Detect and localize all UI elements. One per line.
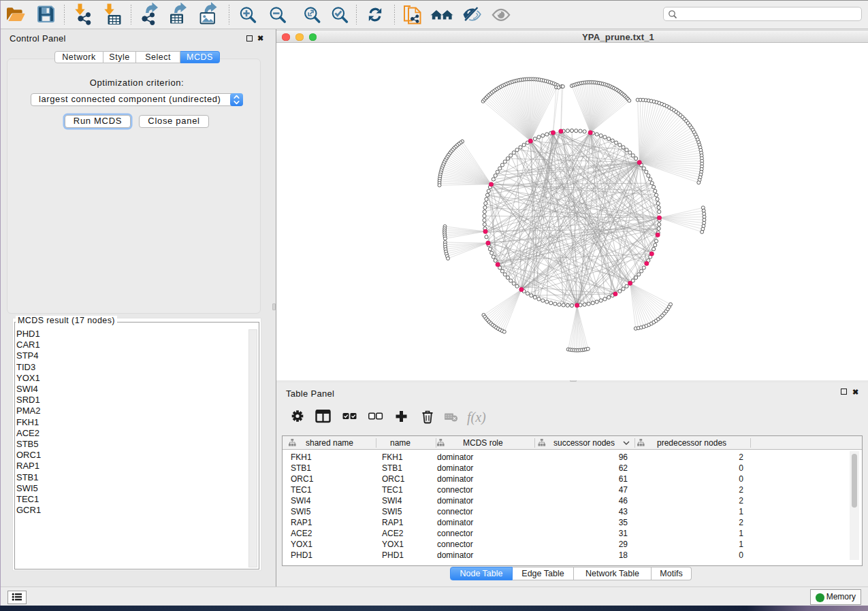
svg-text:f(x): f(x): [467, 410, 486, 425]
